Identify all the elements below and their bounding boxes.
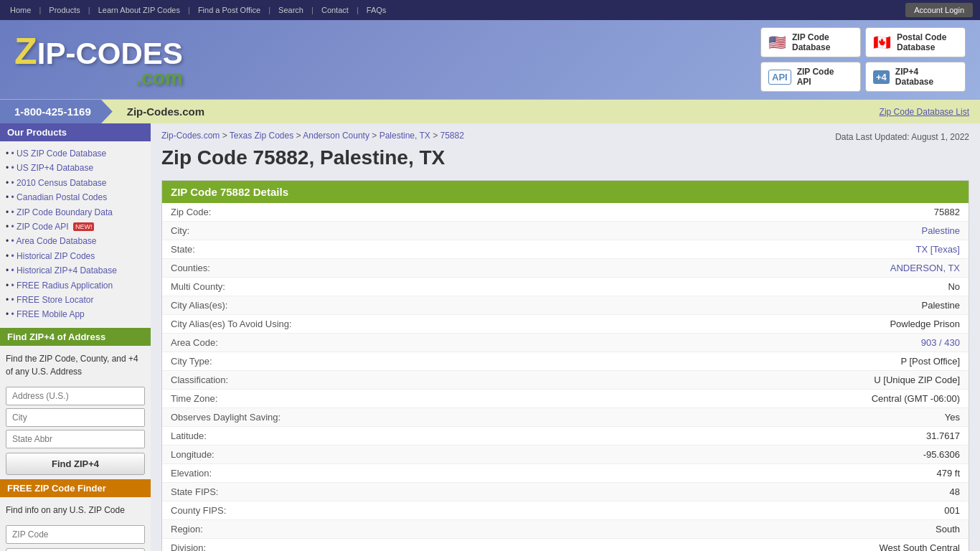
- detail-label: Division:: [162, 539, 320, 551]
- data-updated: Data Last Updated: August 1, 2022: [835, 132, 969, 142]
- zip-code-api-btn[interactable]: API ZIP CodeAPI: [760, 62, 861, 92]
- top-navigation: Home | Products | Learn About ZIP Codes …: [0, 0, 980, 20]
- city-input[interactable]: [6, 408, 145, 427]
- breadcrumb-city[interactable]: Palestine, TX: [380, 131, 430, 141]
- table-row: Elevation:479 ft: [162, 464, 969, 483]
- nav-products[interactable]: Products: [49, 6, 80, 14]
- detail-label: City:: [162, 222, 320, 240]
- table-row: City:Palestine: [162, 222, 969, 240]
- detail-value: 31.7617: [320, 427, 969, 445]
- sidebar-area-code[interactable]: • Area Code Database: [6, 234, 145, 248]
- table-row: Multi County:No: [162, 278, 969, 296]
- find-zip4-title: Find ZIP+4 of Address: [0, 328, 151, 346]
- db-list-link[interactable]: Zip Code Database List: [869, 101, 980, 123]
- table-row: City Alias(es):Palestine: [162, 296, 969, 315]
- zip4-database-btn[interactable]: +4 ZIP+4Database: [865, 62, 966, 92]
- details-section: ZIP Code 75882 Details Zip Code:75882Cit…: [161, 180, 969, 551]
- breadcrumb-county[interactable]: Anderson County: [303, 131, 369, 141]
- detail-label: Longitude:: [162, 446, 320, 463]
- breadcrumb-zip[interactable]: 75882: [440, 131, 463, 141]
- detail-value[interactable]: Palestine: [320, 222, 969, 240]
- logo-main: IP-CODES: [37, 37, 183, 70]
- logo-z: Z: [14, 30, 37, 72]
- sidebar-us-zip4[interactable]: • US ZIP+4 Database: [6, 161, 145, 175]
- sidebar-store-locator[interactable]: • FREE Store Locator: [6, 293, 145, 307]
- breadcrumb-state[interactable]: Texas Zip Codes: [230, 131, 293, 141]
- detail-label: Counties:: [162, 259, 320, 277]
- site-logo: ZIP-CODES .com: [14, 29, 183, 90]
- sidebar-historical-zip[interactable]: • Historical ZIP Codes: [6, 249, 145, 263]
- detail-value[interactable]: ANDERSON, TX: [320, 259, 969, 277]
- zip-input[interactable]: [6, 525, 145, 544]
- sidebar-mobile-app[interactable]: • FREE Mobile App: [6, 307, 145, 321]
- detail-label: Zip Code:: [162, 203, 320, 221]
- product-links: • US ZIP Code Database • US ZIP+4 Databa…: [0, 145, 151, 328]
- account-login-button[interactable]: Account Login: [905, 3, 973, 17]
- nav-faqs[interactable]: FAQs: [367, 6, 387, 14]
- table-row: Longitude:-95.6306: [162, 446, 969, 464]
- table-row: City Type:P [Post Office]: [162, 352, 969, 371]
- detail-value: 479 ft: [320, 464, 969, 482]
- sidebar-historical-zip4[interactable]: • Historical ZIP+4 Database: [6, 263, 145, 278]
- detail-label: County FIPS:: [162, 501, 320, 519]
- find-zip4-button[interactable]: Find ZIP+4: [6, 453, 145, 475]
- detail-label: Region:: [162, 520, 320, 538]
- free-finder-desc: Find info on any U.S. ZIP Code: [0, 501, 151, 522]
- logo-area: ZIP-CODES .com: [14, 29, 183, 90]
- main-layout: Our Products • US ZIP Code Database • US…: [0, 123, 980, 551]
- detail-value: U [Unique ZIP Code]: [320, 371, 969, 389]
- nav-learn[interactable]: Learn About ZIP Codes: [98, 6, 180, 14]
- detail-value: P [Post Office]: [320, 352, 969, 370]
- nav-search[interactable]: Search: [278, 6, 303, 14]
- page-title: Zip Code 75882, Palestine, TX: [161, 146, 969, 169]
- table-row: State FIPS:48: [162, 483, 969, 501]
- details-header: ZIP Code 75882 Details: [162, 181, 969, 203]
- ca-flag-icon: 🇨🇦: [873, 34, 891, 51]
- phone-number: 1-800-425-1169: [0, 100, 113, 123]
- api-icon: API: [768, 70, 791, 85]
- table-row: Counties:ANDERSON, TX: [162, 259, 969, 278]
- table-row: City Alias(es) To Avoid Using:Powledge P…: [162, 315, 969, 334]
- table-row: Region:South: [162, 520, 969, 539]
- detail-value[interactable]: 903 / 430: [320, 334, 969, 352]
- detail-value: 48: [320, 483, 969, 501]
- sidebar-census[interactable]: • 2010 Census Database: [6, 176, 145, 190]
- detail-label: State:: [162, 240, 320, 258]
- new-badge: NEW!: [73, 222, 95, 231]
- main-content: Data Last Updated: August 1, 2022 Zip-Co…: [151, 123, 980, 551]
- nav-contact[interactable]: Contact: [321, 6, 349, 14]
- table-row: Observes Daylight Saving:Yes: [162, 408, 969, 427]
- table-row: Zip Code:75882: [162, 203, 969, 222]
- detail-value: Powledge Prison: [320, 315, 969, 333]
- detail-value: Palestine: [320, 296, 969, 314]
- lookup-zip-button[interactable]: Lookup ZIP Code: [6, 548, 145, 551]
- detail-label: Elevation:: [162, 464, 320, 482]
- nav-find-post-office[interactable]: Find a Post Office: [198, 6, 260, 14]
- detail-label: City Alias(es):: [162, 296, 320, 314]
- sidebar-api[interactable]: • ZIP Code API NEW!: [6, 220, 145, 234]
- detail-label: State FIPS:: [162, 483, 320, 501]
- detail-value[interactable]: TX [Texas]: [320, 240, 969, 258]
- nav-links: Home | Products | Learn About ZIP Codes …: [7, 6, 389, 14]
- us-flag-icon: 🇺🇸: [768, 34, 786, 51]
- detail-value: -95.6306: [320, 446, 969, 463]
- postal-code-database-btn[interactable]: 🇨🇦 Postal CodeDatabase: [865, 27, 966, 57]
- our-products-title: Our Products: [0, 123, 151, 141]
- find-zip4-desc: Find the ZIP Code, County, and +4 of any…: [0, 349, 151, 384]
- detail-label: Area Code:: [162, 334, 320, 352]
- address-input[interactable]: [6, 387, 145, 405]
- detail-value: South: [320, 520, 969, 538]
- detail-label: Classification:: [162, 371, 320, 389]
- table-row: Time Zone:Central (GMT -06:00): [162, 390, 969, 408]
- nav-home[interactable]: Home: [10, 6, 31, 14]
- sidebar-us-zip[interactable]: • US ZIP Code Database: [6, 146, 145, 161]
- table-row: Classification:U [Unique ZIP Code]: [162, 371, 969, 390]
- sidebar-radius[interactable]: • FREE Radius Application: [6, 278, 145, 293]
- sidebar-boundary[interactable]: • ZIP Code Boundary Data: [6, 205, 145, 220]
- details-rows: Zip Code:75882City:PalestineState:TX [Te…: [162, 203, 969, 551]
- state-input[interactable]: [6, 430, 145, 448]
- sidebar-canadian[interactable]: • Canadian Postal Codes: [6, 190, 145, 204]
- site-name-bar: Zip-Codes.com: [113, 100, 869, 123]
- zip-code-database-btn[interactable]: 🇺🇸 ZIP CodeDatabase: [760, 27, 861, 57]
- breadcrumb-home[interactable]: Zip-Codes.com: [161, 131, 220, 141]
